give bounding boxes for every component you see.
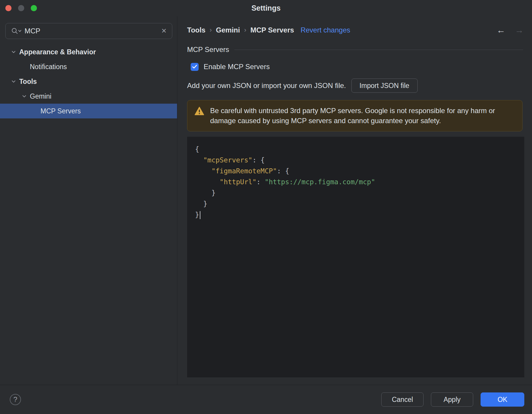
sidebar-item-label: Appearance & Behavior xyxy=(19,48,96,56)
code-line: } xyxy=(195,188,518,198)
search-field[interactable]: ✕ xyxy=(5,23,172,39)
sidebar-item-label: Gemini xyxy=(30,92,51,100)
sidebar-item-tools[interactable]: Tools xyxy=(0,74,177,89)
ok-button[interactable]: OK xyxy=(481,392,524,407)
code-line: { xyxy=(195,144,518,155)
search-icon xyxy=(11,27,22,35)
enable-mcp-checkbox[interactable] xyxy=(191,63,199,71)
sidebar-item-gemini[interactable]: Gemini xyxy=(0,89,177,104)
revert-changes-link[interactable]: Revert changes xyxy=(301,26,350,34)
apply-button[interactable]: Apply xyxy=(431,392,473,407)
back-arrow-icon[interactable]: ← xyxy=(497,26,505,35)
sidebar: ✕ Appearance & BehaviorNotificationsTool… xyxy=(0,16,177,385)
code-line: } xyxy=(195,209,518,220)
enable-mcp-row: Enable MCP Servers xyxy=(191,63,270,71)
sidebar-item-mcp-servers[interactable]: MCP Servers xyxy=(0,104,177,118)
zoom-button[interactable] xyxy=(31,5,37,11)
section-divider xyxy=(234,50,523,50)
json-editor[interactable]: { "mcpServers": { "figmaRemoteMCP": { "h… xyxy=(187,137,524,377)
footer-buttons: Cancel Apply OK xyxy=(381,392,524,407)
sidebar-item-appearance-behavior[interactable]: Appearance & Behavior xyxy=(0,45,177,59)
sidebar-item-label: MCP Servers xyxy=(40,107,81,115)
clear-search-icon[interactable]: ✕ xyxy=(161,27,167,35)
json-editor-code: { "mcpServers": { "figmaRemoteMCP": { "h… xyxy=(195,144,518,220)
enable-mcp-label: Enable MCP Servers xyxy=(204,63,270,71)
chevron-down-icon[interactable] xyxy=(11,79,19,84)
titlebar: Settings xyxy=(0,0,532,16)
code-line: } xyxy=(195,198,518,209)
checkmark-icon xyxy=(192,65,197,69)
footer: ? Cancel Apply OK xyxy=(0,385,532,414)
history-nav: ← → xyxy=(497,26,524,35)
breadcrumb-separator: › xyxy=(210,26,212,34)
code-line: "mcpServers": { xyxy=(195,155,518,166)
sidebar-item-label: Tools xyxy=(19,78,37,86)
breadcrumb: Tools › Gemini › MCP Servers Revert chan… xyxy=(187,25,524,35)
minimize-button[interactable] xyxy=(18,5,24,11)
breadcrumb-item-mcp-servers[interactable]: MCP Servers xyxy=(250,26,294,34)
close-button[interactable] xyxy=(5,5,12,11)
import-json-button[interactable]: Import JSON file xyxy=(351,79,418,93)
import-row: Add your own JSON or import your own JSO… xyxy=(187,78,522,93)
warning-banner: Be careful with untrusted 3rd party MCP … xyxy=(187,100,523,131)
warning-text: Be careful with untrusted 3rd party MCP … xyxy=(210,106,515,126)
code-line: "figmaRemoteMCP": { xyxy=(195,166,518,177)
chevron-down-icon[interactable] xyxy=(22,94,30,99)
breadcrumb-separator: › xyxy=(244,26,246,34)
forward-arrow-icon[interactable]: → xyxy=(515,26,524,35)
cancel-button[interactable]: Cancel xyxy=(381,392,424,407)
breadcrumb-item-gemini[interactable]: Gemini xyxy=(216,26,240,34)
chevron-down-icon[interactable] xyxy=(11,50,19,54)
settings-tree: Appearance & BehaviorNotificationsToolsG… xyxy=(0,45,177,118)
window-title: Settings xyxy=(252,4,281,12)
sidebar-item-label: Notifications xyxy=(30,63,67,71)
search-input[interactable] xyxy=(25,27,161,35)
import-description: Add your own JSON or import your own JSO… xyxy=(187,82,346,90)
sidebar-item-notifications[interactable]: Notifications xyxy=(0,59,177,74)
section-header: MCP Servers xyxy=(187,45,523,54)
code-line: "httpUrl": "https://mcp.figma.com/mcp" xyxy=(195,177,518,188)
text-caret xyxy=(200,211,200,219)
help-button[interactable]: ? xyxy=(10,394,21,405)
breadcrumb-item-tools[interactable]: Tools xyxy=(187,26,205,34)
warning-icon xyxy=(194,107,204,117)
window-controls xyxy=(5,5,37,11)
section-title: MCP Servers xyxy=(187,45,229,54)
